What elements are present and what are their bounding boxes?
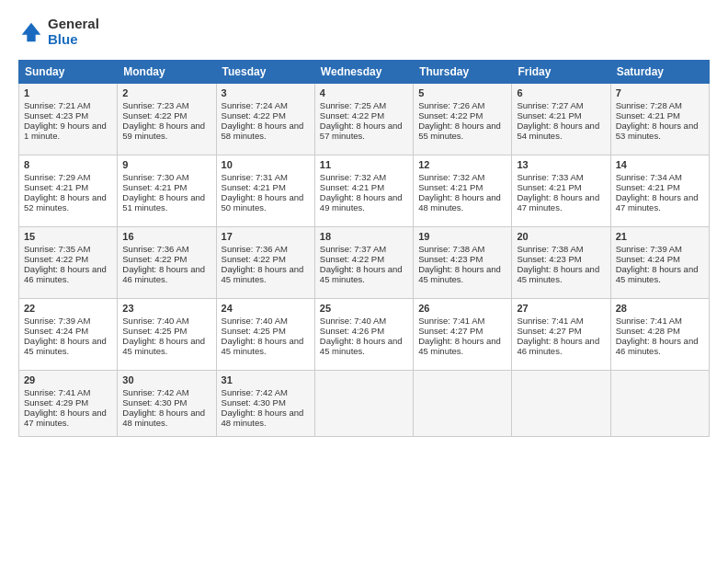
sunset-text: Sunset: 4:29 PM xyxy=(24,397,88,408)
day-number: 23 xyxy=(122,303,210,314)
calendar-cell xyxy=(414,371,512,437)
daylight-text: Daylight: 8 hours and 46 minutes. xyxy=(517,336,599,356)
sunset-text: Sunset: 4:21 PM xyxy=(616,182,680,192)
day-number: 25 xyxy=(320,303,408,314)
sunrise-text: Sunrise: 7:26 AM xyxy=(418,100,484,110)
day-number: 5 xyxy=(418,87,506,98)
sunrise-text: Sunrise: 7:24 AM xyxy=(222,100,288,110)
sunrise-text: Sunrise: 7:21 AM xyxy=(24,100,90,110)
calendar-cell xyxy=(314,371,413,437)
sunrise-text: Sunrise: 7:42 AM xyxy=(222,387,288,397)
sunrise-text: Sunrise: 7:28 AM xyxy=(616,100,682,110)
calendar-cell: 10Sunrise: 7:31 AMSunset: 4:21 PMDayligh… xyxy=(216,155,314,227)
sunrise-text: Sunrise: 7:35 AM xyxy=(24,244,90,254)
sunset-text: Sunset: 4:28 PM xyxy=(616,326,680,336)
day-number: 18 xyxy=(320,231,408,242)
daylight-text: Daylight: 8 hours and 47 minutes. xyxy=(24,408,107,428)
sunrise-text: Sunrise: 7:23 AM xyxy=(122,100,188,110)
daylight-text: Daylight: 8 hours and 45 minutes. xyxy=(222,336,304,356)
sunset-text: Sunset: 4:22 PM xyxy=(122,110,187,121)
sunrise-text: Sunrise: 7:34 AM xyxy=(616,172,682,182)
sunrise-text: Sunrise: 7:42 AM xyxy=(122,387,188,397)
daylight-text: Daylight: 8 hours and 48 minutes. xyxy=(122,408,205,428)
day-number: 4 xyxy=(320,87,408,98)
daylight-text: Daylight: 8 hours and 46 minutes. xyxy=(122,264,205,284)
calendar-cell xyxy=(512,371,610,437)
sunrise-text: Sunrise: 7:32 AM xyxy=(320,172,386,182)
calendar-cell: 31Sunrise: 7:42 AMSunset: 4:30 PMDayligh… xyxy=(216,371,314,437)
daylight-text: Daylight: 8 hours and 52 minutes. xyxy=(24,192,107,213)
sunset-text: Sunset: 4:24 PM xyxy=(24,326,88,336)
daylight-text: Daylight: 8 hours and 47 minutes. xyxy=(616,192,699,213)
day-number: 28 xyxy=(616,303,704,314)
calendar-cell: 20Sunrise: 7:38 AMSunset: 4:23 PMDayligh… xyxy=(512,227,610,299)
calendar-cell: 8Sunrise: 7:29 AMSunset: 4:21 PMDaylight… xyxy=(19,155,118,227)
sunrise-text: Sunrise: 7:27 AM xyxy=(517,100,583,110)
sunrise-text: Sunrise: 7:40 AM xyxy=(222,316,288,326)
col-header-wednesday: Wednesday xyxy=(314,61,413,84)
daylight-text: Daylight: 8 hours and 45 minutes. xyxy=(418,264,501,284)
sunset-text: Sunset: 4:30 PM xyxy=(222,397,286,408)
daylight-text: Daylight: 8 hours and 51 minutes. xyxy=(122,192,205,213)
calendar-cell: 1Sunrise: 7:21 AMSunset: 4:23 PMDaylight… xyxy=(19,84,118,155)
sunset-text: Sunset: 4:24 PM xyxy=(616,254,680,264)
calendar-cell: 12Sunrise: 7:32 AMSunset: 4:21 PMDayligh… xyxy=(414,155,512,227)
day-number: 8 xyxy=(24,159,112,170)
calendar-cell: 6Sunrise: 7:27 AMSunset: 4:21 PMDaylight… xyxy=(512,84,610,155)
sunset-text: Sunset: 4:21 PM xyxy=(320,182,384,192)
sunrise-text: Sunrise: 7:25 AM xyxy=(320,100,386,110)
day-number: 20 xyxy=(517,231,605,242)
sunrise-text: Sunrise: 7:40 AM xyxy=(320,316,386,326)
sunrise-text: Sunrise: 7:29 AM xyxy=(24,172,90,182)
sunset-text: Sunset: 4:25 PM xyxy=(122,326,187,336)
daylight-text: Daylight: 8 hours and 48 minutes. xyxy=(418,192,501,213)
sunset-text: Sunset: 4:27 PM xyxy=(517,326,581,336)
day-number: 9 xyxy=(122,159,210,170)
col-header-monday: Monday xyxy=(118,61,216,84)
sunset-text: Sunset: 4:22 PM xyxy=(320,254,384,264)
daylight-text: Daylight: 8 hours and 53 minutes. xyxy=(616,121,699,141)
sunset-text: Sunset: 4:21 PM xyxy=(24,182,88,192)
calendar-cell: 3Sunrise: 7:24 AMSunset: 4:22 PMDaylight… xyxy=(216,84,314,155)
sunrise-text: Sunrise: 7:41 AM xyxy=(616,316,682,326)
calendar-table: SundayMondayTuesdayWednesdayThursdayFrid… xyxy=(18,60,710,437)
sunset-text: Sunset: 4:23 PM xyxy=(517,254,581,264)
page-header: General Blue xyxy=(18,17,710,47)
logo-text: General Blue xyxy=(48,17,99,47)
calendar-header-row: SundayMondayTuesdayWednesdayThursdayFrid… xyxy=(19,61,710,84)
daylight-text: Daylight: 8 hours and 45 minutes. xyxy=(517,264,599,284)
col-header-sunday: Sunday xyxy=(19,61,118,84)
calendar-cell: 14Sunrise: 7:34 AMSunset: 4:21 PMDayligh… xyxy=(610,155,709,227)
sunset-text: Sunset: 4:26 PM xyxy=(320,326,384,336)
daylight-text: Daylight: 8 hours and 45 minutes. xyxy=(616,264,699,284)
sunset-text: Sunset: 4:22 PM xyxy=(222,254,286,264)
sunrise-text: Sunrise: 7:41 AM xyxy=(517,316,583,326)
daylight-text: Daylight: 8 hours and 50 minutes. xyxy=(222,192,304,213)
sunrise-text: Sunrise: 7:38 AM xyxy=(418,244,484,254)
daylight-text: Daylight: 8 hours and 46 minutes. xyxy=(616,336,699,356)
sunrise-text: Sunrise: 7:41 AM xyxy=(24,387,90,397)
sunset-text: Sunset: 4:22 PM xyxy=(320,110,384,121)
sunset-text: Sunset: 4:22 PM xyxy=(418,110,483,121)
sunset-text: Sunset: 4:22 PM xyxy=(222,110,286,121)
sunset-text: Sunset: 4:23 PM xyxy=(24,110,88,121)
calendar-cell: 9Sunrise: 7:30 AMSunset: 4:21 PMDaylight… xyxy=(118,155,216,227)
calendar-cell: 11Sunrise: 7:32 AMSunset: 4:21 PMDayligh… xyxy=(314,155,413,227)
day-number: 16 xyxy=(122,231,210,242)
daylight-text: Daylight: 8 hours and 45 minutes. xyxy=(24,336,107,356)
calendar-cell: 5Sunrise: 7:26 AMSunset: 4:22 PMDaylight… xyxy=(414,84,512,155)
calendar-cell xyxy=(610,371,709,437)
logo: General Blue xyxy=(18,17,99,47)
sunset-text: Sunset: 4:27 PM xyxy=(418,326,483,336)
sunrise-text: Sunrise: 7:39 AM xyxy=(616,244,682,254)
daylight-text: Daylight: 8 hours and 59 minutes. xyxy=(122,121,205,141)
calendar-cell: 22Sunrise: 7:39 AMSunset: 4:24 PMDayligh… xyxy=(19,299,118,371)
sunrise-text: Sunrise: 7:39 AM xyxy=(24,316,90,326)
sunset-text: Sunset: 4:21 PM xyxy=(616,110,680,121)
sunset-text: Sunset: 4:22 PM xyxy=(24,254,88,264)
daylight-text: Daylight: 8 hours and 47 minutes. xyxy=(517,192,599,213)
day-number: 26 xyxy=(418,303,506,314)
sunrise-text: Sunrise: 7:36 AM xyxy=(122,244,188,254)
day-number: 30 xyxy=(122,374,210,385)
calendar-cell: 26Sunrise: 7:41 AMSunset: 4:27 PMDayligh… xyxy=(414,299,512,371)
